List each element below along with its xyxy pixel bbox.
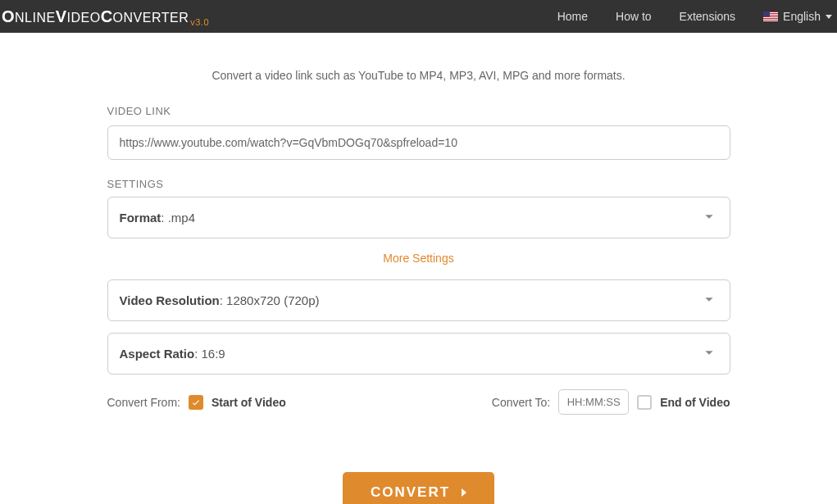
main-content: Convert a video link such as YouTube to … — [107, 33, 730, 504]
chevron-down-icon — [700, 343, 718, 364]
aspect-ratio-dropdown[interactable]: Aspect Ratio: 16:9 — [107, 333, 730, 375]
top-bar: ONLINEVIDEOCONVERTER v3.0 Home How to Ex… — [0, 0, 837, 33]
resolution-dropdown[interactable]: Video Resolution: 1280x720 (720p) — [107, 279, 730, 321]
logo-c: C — [101, 7, 113, 26]
logo-v: V — [56, 7, 67, 26]
settings-label: SETTINGS — [107, 178, 730, 190]
caret-down-icon — [826, 15, 832, 19]
video-link-input[interactable] — [107, 125, 730, 160]
convert-button-label: CONVERT — [371, 484, 450, 501]
aspect-value: : 16:9 — [194, 347, 225, 361]
logo-nline: NLINE — [15, 11, 56, 25]
page-subtitle: Convert a video link such as YouTube to … — [107, 69, 730, 82]
nav-home[interactable]: Home — [557, 10, 588, 23]
format-key: Format — [120, 211, 161, 225]
convert-to-time-input[interactable] — [558, 389, 629, 415]
chevron-down-icon — [700, 207, 718, 228]
end-of-video-checkbox[interactable] — [637, 395, 652, 410]
logo-version: v3.0 — [190, 17, 209, 27]
format-dropdown[interactable]: Format: .mp4 — [107, 197, 730, 238]
convert-button[interactable]: CONVERT — [343, 472, 494, 504]
check-icon — [191, 397, 201, 407]
us-flag-icon — [763, 11, 778, 21]
nav-extensions[interactable]: Extensions — [680, 10, 735, 23]
more-settings-link[interactable]: More Settings — [107, 252, 730, 265]
chevron-down-icon — [700, 290, 718, 311]
resolution-value: : 1280x720 (720p) — [220, 293, 320, 307]
aspect-key: Aspect Ratio — [120, 347, 195, 361]
nav: Home How to Extensions English — [557, 10, 832, 23]
time-row: Convert From: Start of Video Convert To:… — [107, 389, 730, 415]
logo-o: O — [2, 7, 15, 26]
end-of-video-label: End of Video — [660, 396, 730, 409]
logo[interactable]: ONLINEVIDEOCONVERTER v3.0 — [2, 7, 209, 26]
nav-howto[interactable]: How to — [616, 10, 652, 23]
start-of-video-checkbox[interactable] — [189, 395, 203, 410]
resolution-key: Video Resolution — [120, 293, 220, 307]
convert-to-label: Convert To: — [492, 396, 550, 409]
language-label: English — [783, 10, 821, 23]
language-selector[interactable]: English — [763, 10, 832, 23]
logo-ideo: IDEO — [67, 11, 101, 25]
logo-onverter: ONVERTER — [113, 11, 189, 25]
arrow-right-icon — [462, 488, 466, 497]
start-of-video-label: Start of Video — [212, 396, 286, 409]
format-value: : .mp4 — [161, 211, 195, 225]
video-link-label: VIDEO LINK — [107, 105, 730, 117]
convert-from-label: Convert From: — [107, 396, 180, 409]
